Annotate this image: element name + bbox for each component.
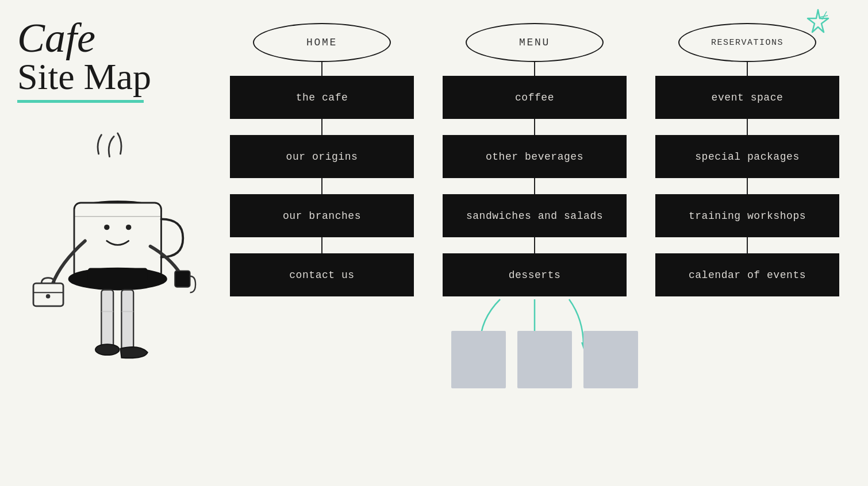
svg-point-3 [104, 225, 109, 230]
home-box-2[interactable]: our origins [230, 135, 414, 178]
menu-connector-top [534, 62, 535, 76]
menu-line-1 [534, 119, 535, 135]
menu-box-1[interactable]: coffee [443, 76, 627, 119]
sitemap-diagram: HOME the cafe our origins our branches c… [218, 23, 851, 394]
title-cafe: Cafe [17, 17, 213, 59]
home-line-2 [321, 178, 322, 194]
reservations-line-3 [747, 237, 748, 253]
home-oval[interactable]: HOME [253, 23, 391, 62]
reservations-box-2[interactable]: special packages [655, 135, 839, 178]
svg-rect-7 [88, 268, 148, 282]
reservations-box-3[interactable]: training workshops [655, 194, 839, 237]
coffee-cup-illustration [17, 132, 213, 437]
reservations-box-1[interactable]: event space [655, 76, 839, 119]
menu-line-3 [534, 237, 535, 253]
svg-point-10 [46, 294, 51, 299]
menu-oval[interactable]: MENU [466, 23, 604, 62]
home-column: HOME the cafe our origins our branches c… [233, 23, 411, 394]
reservations-column: RESERVATIONS event space special package… [658, 23, 836, 394]
home-box-4[interactable]: contact us [230, 253, 414, 296]
reservations-connector-top [747, 62, 748, 76]
teal-star-icon [804, 7, 832, 36]
reservations-line-2 [747, 178, 748, 194]
reservations-oval[interactable]: RESERVATIONS [678, 23, 816, 62]
title-sitemap: Site Map [17, 59, 213, 95]
home-line-1 [321, 119, 322, 135]
svg-rect-12 [101, 290, 113, 349]
svg-point-14 [95, 344, 120, 355]
title-area: Cafe Site Map [17, 17, 213, 103]
svg-rect-13 [121, 290, 133, 349]
svg-rect-11 [175, 271, 190, 287]
svg-point-4 [126, 225, 131, 230]
menu-column: MENU coffee other beverages sandwiches a… [445, 23, 624, 394]
home-line-3 [321, 237, 322, 253]
menu-box-2[interactable]: other beverages [443, 135, 627, 178]
home-connector-top [321, 62, 322, 76]
menu-box-3[interactable]: sandwiches and salads [443, 194, 627, 237]
reservations-line-1 [747, 119, 748, 135]
home-box-1[interactable]: the cafe [230, 76, 414, 119]
menu-line-2 [534, 178, 535, 194]
title-underline [17, 100, 144, 103]
reservations-box-4[interactable]: calendar of events [655, 253, 839, 296]
menu-box-4[interactable]: desserts [443, 253, 627, 296]
dessert-sub-3[interactable] [583, 331, 638, 388]
dessert-sub-2[interactable] [517, 331, 572, 388]
home-box-3[interactable]: our branches [230, 194, 414, 237]
dessert-sub-1[interactable] [451, 331, 506, 388]
svg-rect-1 [74, 203, 161, 279]
